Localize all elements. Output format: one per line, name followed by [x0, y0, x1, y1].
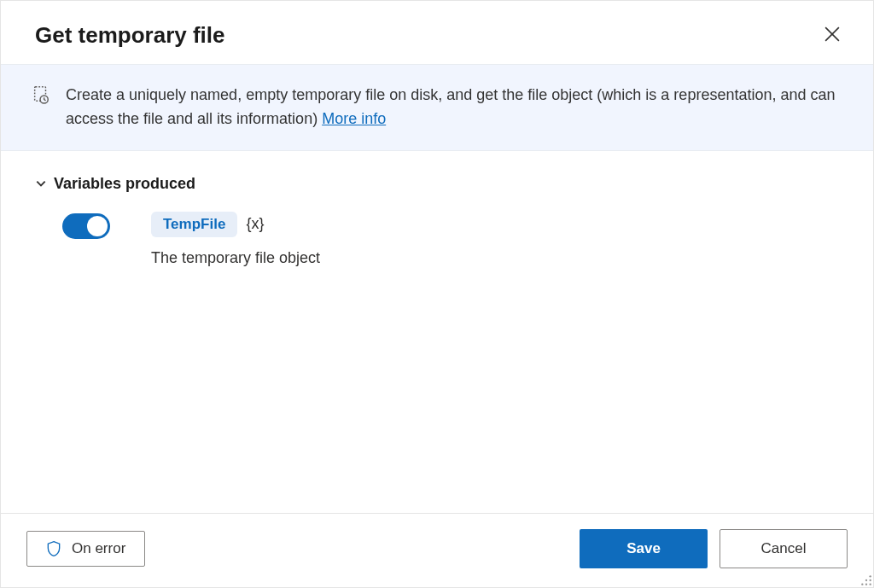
- variable-type-symbol: {x}: [246, 215, 264, 233]
- dialog-content: Variables produced TempFile {x} The temp…: [1, 151, 873, 513]
- variable-toggle[interactable]: [62, 213, 110, 239]
- variables-section-title: Variables produced: [54, 175, 195, 193]
- toggle-knob: [87, 216, 108, 236]
- variable-details: TempFile {x} The temporary file object: [151, 212, 320, 267]
- svg-point-8: [865, 584, 867, 585]
- on-error-label: On error: [72, 540, 125, 557]
- cancel-button[interactable]: Cancel: [720, 529, 848, 568]
- variable-description: The temporary file object: [151, 249, 320, 267]
- info-banner: Create a uniquely named, empty temporary…: [1, 64, 873, 151]
- resize-handle[interactable]: [860, 574, 872, 586]
- info-text: Create a uniquely named, empty temporary…: [66, 84, 842, 131]
- file-clock-icon: [32, 85, 50, 104]
- svg-point-6: [870, 579, 871, 581]
- footer-right: Save Cancel: [580, 529, 848, 568]
- close-button[interactable]: [819, 21, 846, 49]
- chevron-down-icon: [35, 178, 47, 189]
- variable-row: TempFile {x} The temporary file object: [35, 212, 839, 267]
- svg-point-7: [861, 584, 863, 585]
- svg-point-4: [870, 575, 871, 577]
- variable-name-badge[interactable]: TempFile: [151, 212, 237, 237]
- dialog-container: Get temporary file Create a uniquely nam…: [0, 0, 874, 588]
- shield-icon: [46, 540, 61, 557]
- variables-section-header[interactable]: Variables produced: [35, 175, 839, 193]
- close-icon: [824, 26, 840, 44]
- on-error-button[interactable]: On error: [26, 531, 145, 567]
- variable-name-row: TempFile {x}: [151, 212, 320, 237]
- dialog-footer: On error Save Cancel: [1, 513, 873, 587]
- svg-point-5: [865, 579, 867, 581]
- svg-point-9: [870, 584, 871, 585]
- save-button[interactable]: Save: [580, 529, 708, 568]
- dialog-header: Get temporary file: [1, 1, 873, 64]
- more-info-link[interactable]: More info: [322, 110, 386, 127]
- info-description: Create a uniquely named, empty temporary…: [66, 86, 836, 127]
- dialog-title: Get temporary file: [35, 22, 225, 49]
